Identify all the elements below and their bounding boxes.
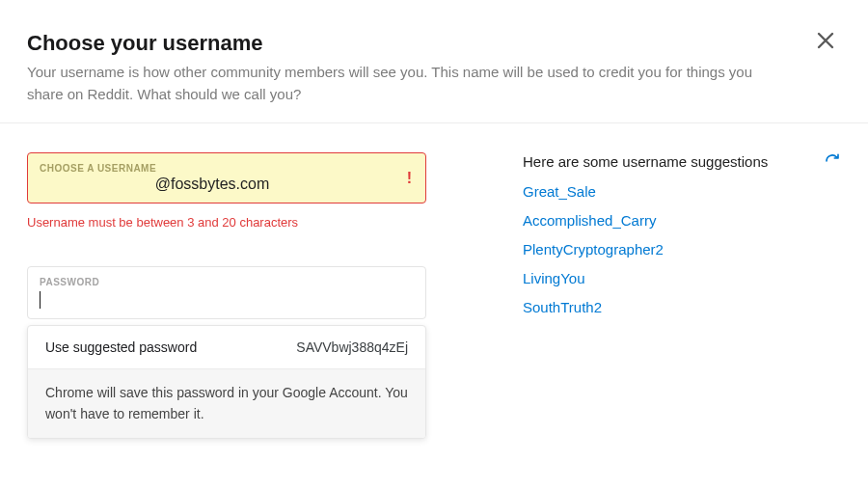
suggestion-item[interactable]: PlentyCryptographer2 (523, 241, 841, 258)
use-suggested-password-row[interactable]: Use suggested password SAVVbwj388q4zEj (28, 326, 425, 368)
use-suggested-label: Use suggested password (45, 339, 197, 355)
username-error-message: Username must be between 3 and 20 charac… (27, 215, 426, 230)
suggestion-item[interactable]: LivingYou (523, 270, 841, 286)
password-save-note: Chrome will save this password in your G… (28, 368, 425, 438)
password-input[interactable] (40, 287, 385, 309)
header: Choose your username Your username is ho… (0, 0, 868, 122)
error-icon: ! (407, 170, 412, 187)
suggestions-list: Great_Sale Accomplished_Carry PlentyCryp… (523, 183, 841, 315)
suggestions-title: Here are some username suggestions (523, 153, 768, 170)
page-subtitle: Your username is how other community mem… (27, 62, 779, 105)
username-input[interactable]: @fossbytes.com (40, 174, 385, 193)
username-label: CHOOSE A USERNAME (40, 163, 385, 174)
refresh-icon[interactable] (824, 152, 841, 170)
suggestion-item[interactable]: Great_Sale (523, 183, 841, 200)
page-title: Choose your username (27, 31, 841, 56)
suggestion-item[interactable]: SouthTruth2 (523, 299, 841, 315)
password-field[interactable]: PASSWORD (27, 266, 426, 319)
password-suggestion-dropdown: Use suggested password SAVVbwj388q4zEj C… (27, 325, 426, 439)
password-label: PASSWORD (40, 277, 385, 287)
suggested-password-value: SAVVbwj388q4zEj (296, 339, 408, 355)
suggestion-item[interactable]: Accomplished_Carry (523, 212, 841, 229)
close-icon[interactable] (816, 31, 835, 50)
username-field[interactable]: CHOOSE A USERNAME @fossbytes.com ! (27, 152, 426, 203)
